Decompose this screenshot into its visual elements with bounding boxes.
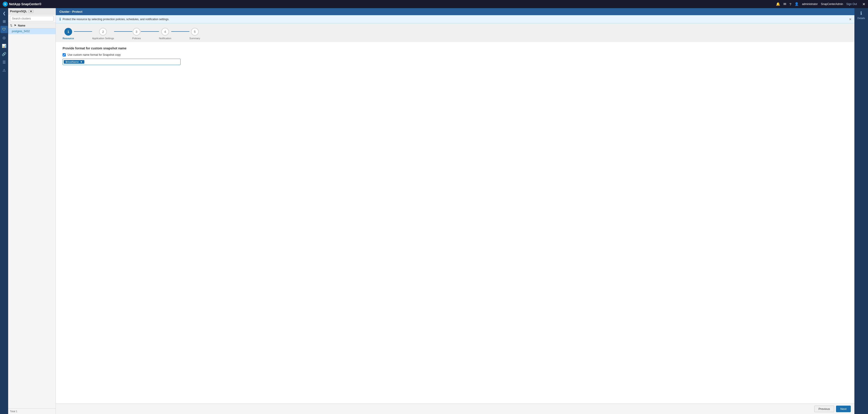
step-2[interactable]: 2 Application Settings: [92, 28, 114, 40]
nav-collapse-icon[interactable]: ❮: [0, 9, 8, 17]
header-left: N NetApp SnapCenter®: [3, 2, 41, 7]
snapshot-hostname-tag[interactable]: $HostName ▼: [64, 60, 84, 64]
cluster-table-header: ⇅ ⚑ Name: [8, 23, 56, 28]
nav-topology-icon[interactable]: 🔗: [0, 50, 8, 58]
main-body: ❮ ⊞ 🛡 ◎ 📊 🔗 ☰ ⚠ PostgreSQL ▼ ⇅ ⚑ Name po…: [0, 8, 868, 414]
details-panel-icon: ℹ: [860, 10, 862, 16]
step-connector-2-3: [114, 31, 132, 32]
org-name: SnapCenterAdmin: [821, 2, 843, 6]
mail-icon[interactable]: ✉: [783, 2, 786, 6]
step-connector-1-2: [74, 31, 92, 32]
details-panel-label: Details: [857, 17, 865, 20]
user-icon: 👤: [795, 2, 799, 6]
checkbox-row: Use custom name format for Snapshot copy: [63, 53, 847, 57]
step-1-label: Resource: [63, 37, 74, 40]
top-header: N NetApp SnapCenter® 🔔 ✉ ? 👤 administrat…: [0, 0, 868, 8]
nav-monitor-icon[interactable]: ◎: [0, 34, 8, 41]
stepper: 1 Resource 2 Application Settings 3: [63, 28, 200, 40]
signout-link[interactable]: Sign Out: [846, 2, 857, 6]
info-bar: ℹ Protect the resource by selecting prot…: [56, 15, 855, 23]
netapp-logo: N NetApp SnapCenter®: [3, 2, 41, 7]
step-4[interactable]: 4 Notification: [159, 28, 171, 40]
main-content: Cluster - Protect ℹ Protect the resource…: [56, 8, 855, 414]
flag-icon: ⚑: [14, 24, 17, 27]
snapshot-tag-dropdown-icon[interactable]: ▼: [80, 61, 83, 63]
page-title: Cluster - Protect: [59, 10, 82, 13]
form-section-title: Provide format for custom snapshot name: [63, 46, 847, 50]
step-3-label: Policies: [132, 37, 141, 40]
netapp-logo-icon: N: [3, 2, 8, 7]
help-icon[interactable]: ?: [789, 2, 791, 6]
content-topbar: Cluster - Protect: [56, 8, 855, 15]
stepper-container: 1 Resource 2 Application Settings 3: [56, 23, 855, 42]
sort-icon[interactable]: ⇅: [10, 24, 12, 27]
snapshot-tag-text: $HostName: [66, 61, 79, 63]
user-name: administrator: [802, 2, 818, 6]
name-column-header: Name: [18, 24, 25, 27]
checkbox-label: Use custom name format for Snapshot copy: [68, 53, 121, 57]
snapshot-name-input[interactable]: [84, 60, 179, 64]
step-4-label: Notification: [159, 37, 171, 40]
previous-button[interactable]: Previous: [814, 406, 834, 412]
app-title: NetApp SnapCenter®: [9, 2, 41, 6]
custom-name-checkbox[interactable]: [63, 53, 66, 57]
cluster-sidebar: PostgreSQL ▼ ⇅ ⚑ Name postgres_5432 Tota…: [8, 8, 56, 414]
step-2-circle: 2: [99, 28, 107, 36]
nav-protect-icon[interactable]: 🛡: [0, 26, 8, 33]
step-5-label: Summary: [189, 37, 200, 40]
step-4-circle: 4: [161, 28, 169, 36]
sidebar-footer: Total 1: [8, 408, 56, 414]
db-label: PostgreSQL: [10, 9, 27, 13]
cluster-list-item[interactable]: postgres_5432: [8, 28, 56, 34]
bottom-bar: Previous Next: [56, 404, 855, 414]
header-right: 🔔 ✉ ? 👤 administrator SnapCenterAdmin Si…: [776, 2, 865, 6]
step-5[interactable]: 5 Summary: [189, 28, 200, 40]
form-content: Provide format for custom snapshot name …: [56, 42, 855, 404]
step-2-label: Application Settings: [92, 37, 114, 40]
step-connector-4-5: [171, 31, 189, 32]
left-nav: ❮ ⊞ 🛡 ◎ 📊 🔗 ☰ ⚠: [0, 8, 8, 414]
nav-reports-icon[interactable]: 📊: [0, 42, 8, 49]
step-1[interactable]: 1 Resource: [63, 28, 74, 40]
search-input[interactable]: [10, 16, 54, 21]
step-5-circle: 5: [191, 28, 199, 36]
bell-icon[interactable]: 🔔: [776, 2, 780, 6]
close-app-button[interactable]: ✕: [862, 2, 865, 6]
info-message: Protect the resource by selecting protec…: [63, 18, 169, 21]
info-icon: ℹ: [59, 17, 61, 21]
snapshot-name-field[interactable]: $HostName ▼: [63, 59, 181, 65]
next-button[interactable]: Next: [836, 406, 851, 412]
nav-grid-icon[interactable]: ⊞: [0, 18, 8, 25]
step-3[interactable]: 3 Policies: [132, 28, 141, 40]
nav-settings-icon[interactable]: ☰: [0, 59, 8, 66]
step-1-circle: 1: [64, 28, 72, 36]
search-box-container: [8, 14, 56, 23]
nav-alerts-icon[interactable]: ⚠: [0, 67, 8, 74]
info-bar-close-button[interactable]: ✕: [849, 18, 852, 21]
cluster-sidebar-header: PostgreSQL ▼: [8, 8, 56, 14]
db-tag-dropdown[interactable]: ▼: [28, 10, 34, 13]
step-connector-3-4: [141, 31, 159, 32]
step-3-circle: 3: [133, 28, 141, 36]
details-panel: ℹ Details: [855, 8, 868, 414]
